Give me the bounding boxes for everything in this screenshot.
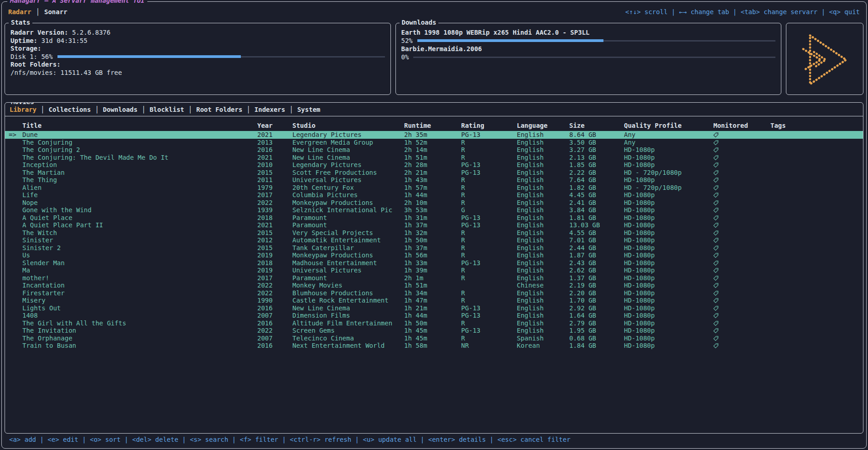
movies-tab-blocklist[interactable]: Blocklist <box>150 106 184 113</box>
servarr-tab-sonarr[interactable]: Sonarr <box>44 8 68 16</box>
table-row[interactable]: Train to Busan 2016 Next Entertainment W… <box>5 342 863 350</box>
table-row[interactable]: The Thing 2011 Universal Pictures 1h 43m… <box>5 176 863 184</box>
movie-size: 8.64 GB <box>569 131 624 139</box>
table-row[interactable]: Ma 2019 Universal Pictures 1h 39m R Engl… <box>5 267 863 274</box>
top-panels: Stats Radarr Version: 5.2.6.8376 Uptime:… <box>5 23 863 95</box>
table-row[interactable]: Misery 1990 Castle Rock Entertainment 1h… <box>5 297 863 304</box>
version-line: Radarr Version: 5.2.6.8376 <box>10 29 385 37</box>
movie-quality-profile: HD - 720p/1080p <box>624 169 713 177</box>
movies-panel: Movies Library │ Collections │ Downloads… <box>5 102 863 434</box>
movies-tab-system[interactable]: System <box>297 106 321 113</box>
movie-title: The Invitation <box>22 327 257 335</box>
movie-runtime: 1h 37m <box>404 244 461 252</box>
movies-tab-root-folders[interactable]: Root Folders <box>196 106 242 113</box>
movie-runtime: 2h 10m <box>404 199 461 207</box>
table-row[interactable]: Nope 2022 Monkeypaw Productions 2h 10m R… <box>5 199 863 207</box>
movie-quality-profile: HD-1080p <box>624 236 713 244</box>
movie-size: 7.01 GB <box>569 236 624 244</box>
movies-tab-collections[interactable]: Collections <box>48 106 91 113</box>
table-row[interactable]: A Quiet Place 2018 Paramount 1h 31m PG-1… <box>5 214 863 222</box>
movie-year: 2022 <box>257 289 292 297</box>
managarr-logo-icon <box>795 32 854 88</box>
movie-studio: Next Entertainment World <box>292 342 404 350</box>
table-row[interactable]: The Martian 2015 Scott Free Productions … <box>5 169 863 177</box>
table-row[interactable]: Us 2019 Monkeypaw Productions 1h 56m R E… <box>5 251 863 259</box>
movie-title: Lights Out <box>22 304 257 312</box>
movie-rating: NR <box>461 342 517 350</box>
movie-rating: R <box>461 191 517 199</box>
table-row[interactable]: mother! 2017 Paramount 2h 1m R English 1… <box>5 274 863 282</box>
col-language[interactable]: Language <box>517 122 569 129</box>
table-row[interactable]: Firestarter 2022 Blumhouse Productions 1… <box>5 289 863 297</box>
table-row[interactable]: A Quiet Place Part II 2021 Paramount 1h … <box>5 221 863 229</box>
table-row[interactable]: Inception 2010 Legendary Pictures 2h 28m… <box>5 161 863 169</box>
movie-quality-profile: HD-1080p <box>624 282 713 289</box>
col-quality-profile[interactable]: Quality Profile <box>624 122 713 129</box>
movie-quality-profile: HD-1080p <box>624 259 713 267</box>
movie-studio: New Line Cinema <box>292 154 404 162</box>
table-row[interactable]: Lights Out 2016 New Line Cinema 1h 21m P… <box>5 304 863 312</box>
downloads-panel: Downloads Earth 1998 1080p WEBRip x265 H… <box>395 23 782 95</box>
movies-tab-library[interactable]: Library <box>10 106 36 113</box>
logo-panel <box>786 23 863 95</box>
table-row[interactable]: The Invitation 2022 Screen Gems 1h 45m P… <box>5 327 863 335</box>
movies-tab-separator: │ <box>95 106 99 113</box>
movie-runtime: 1h 51m <box>404 154 461 162</box>
movie-year: 1990 <box>257 297 292 304</box>
movie-studio: Monkey Movies <box>292 282 404 289</box>
movie-language: English <box>517 274 569 282</box>
movie-year: 2007 <box>257 335 292 342</box>
movie-year: 2016 <box>257 342 292 350</box>
movies-tab-indexers[interactable]: Indexers <box>255 106 285 113</box>
col-size[interactable]: Size <box>569 122 624 129</box>
movie-title: Inception <box>22 161 257 169</box>
movies-tab-downloads[interactable]: Downloads <box>103 106 138 113</box>
movie-quality-profile: HD-1080p <box>624 154 713 162</box>
movie-title: Ma <box>22 267 257 274</box>
table-row[interactable]: Incantation 2022 Monkey Movies 1h 51m Ch… <box>5 282 863 289</box>
col-title[interactable]: Title <box>22 122 257 129</box>
col-year[interactable]: Year <box>257 122 292 129</box>
movie-title: mother! <box>22 274 257 282</box>
monitored-icon <box>713 139 770 147</box>
monitored-icon <box>713 335 770 342</box>
movie-year: 2021 <box>257 221 292 229</box>
table-row[interactable]: Sinister 2012 Automatik Entertainment 1h… <box>5 236 863 244</box>
table-row[interactable]: => Dune 2021 Legendary Pictures 2h 35m P… <box>5 131 863 139</box>
movie-year: 2016 <box>257 319 292 327</box>
table-row[interactable]: The Conjuring 2013 Evergreen Media Group… <box>5 139 863 147</box>
monitored-icon <box>713 319 770 327</box>
movie-rating: R <box>461 229 517 237</box>
table-row[interactable]: The Witch 2015 Very Special Projects 1h … <box>5 229 863 237</box>
movie-rating: R <box>461 319 517 327</box>
table-row[interactable]: Gone with the Wind 1939 Selznick Interna… <box>5 206 863 214</box>
table-row[interactable]: 1408 2007 Dimension Films 1h 44m PG-13 E… <box>5 312 863 319</box>
table-row[interactable]: Life 2017 Columbia Pictures 1h 44m R Eng… <box>5 191 863 199</box>
movie-rating: PG-13 <box>461 304 517 312</box>
table-row[interactable]: Slender Man 2018 Madhouse Entertainment … <box>5 259 863 267</box>
col-rating[interactable]: Rating <box>461 122 517 129</box>
monitored-icon <box>713 191 770 199</box>
movie-year: 2022 <box>257 199 292 207</box>
table-row[interactable]: The Conjuring: The Devil Made Me Do It 2… <box>5 154 863 162</box>
table-row[interactable]: The Conjuring 2 2016 New Line Cinema 2h … <box>5 146 863 154</box>
root-folders-label: Root Folders: <box>10 61 61 68</box>
version-label: Radarr Version: <box>10 29 68 36</box>
table-row[interactable]: Alien 1979 20th Century Fox 1h 57m R Eng… <box>5 184 863 192</box>
movie-size: 7.64 GB <box>569 176 624 184</box>
col-runtime[interactable]: Runtime <box>404 122 461 129</box>
movie-language: English <box>517 139 569 147</box>
table-row[interactable]: The Girl with All the Gifts 2016 Altitud… <box>5 319 863 327</box>
monitored-icon <box>713 297 770 304</box>
col-monitored[interactable]: Monitored <box>713 122 770 129</box>
table-row[interactable]: The Orphanage 2007 Telecinco Cinema 1h 4… <box>5 335 863 342</box>
col-tags[interactable]: Tags <box>770 122 863 129</box>
monitored-icon <box>713 304 770 312</box>
movie-year: 2007 <box>257 312 292 319</box>
monitored-icon <box>713 282 770 289</box>
col-studio[interactable]: Studio <box>292 122 404 129</box>
movie-year: 2010 <box>257 161 292 169</box>
monitored-icon <box>713 236 770 244</box>
table-row[interactable]: Sinister 2 2015 Tank Caterpillar 1h 37m … <box>5 244 863 252</box>
servarr-tab-radarr[interactable]: Radarr <box>8 8 31 16</box>
